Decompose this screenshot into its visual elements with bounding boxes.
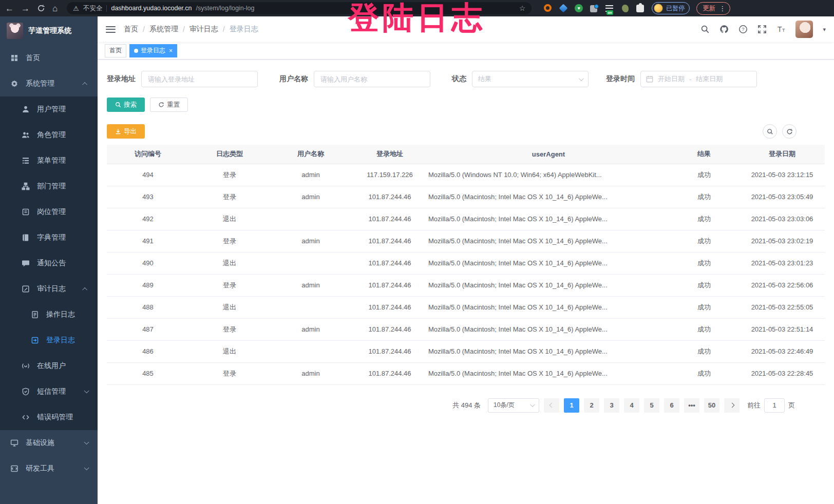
sidebar-item-label: 操作日志 xyxy=(46,310,75,319)
page-number-button[interactable]: 3 xyxy=(604,398,619,413)
sidebar-item-label: 错误码管理 xyxy=(37,413,73,422)
sidebar-item-label: 角色管理 xyxy=(37,130,66,140)
browser-menu-kebab-icon[interactable]: ⋮ xyxy=(719,5,726,12)
table-row: 487 登录 admin 101.87.244.46 Mozilla/5.0 (… xyxy=(107,318,825,340)
search-button[interactable]: 搜索 xyxy=(107,98,145,112)
sidebar-logo[interactable]: 芋道管理系统 xyxy=(0,16,98,45)
tools-icon xyxy=(10,464,18,473)
login-address-label: 登录地址 xyxy=(107,74,136,84)
extension-list-on-icon[interactable]: on xyxy=(605,4,614,13)
browser-update-button[interactable]: 更新 ⋮ xyxy=(696,2,730,15)
browser-forward-icon[interactable]: → xyxy=(21,4,30,13)
message-icon xyxy=(22,259,30,267)
browser-back-icon[interactable]: ← xyxy=(5,4,14,13)
extension-plant-icon[interactable] xyxy=(621,4,630,13)
post-badge-icon xyxy=(22,208,30,216)
sidebar-item-dept-mgmt[interactable]: 部门管理 xyxy=(0,173,98,199)
bookmark-star-icon[interactable]: ☆ xyxy=(519,4,526,12)
search-icon[interactable] xyxy=(700,25,710,34)
sidebar-item-role-mgmt[interactable]: 角色管理 xyxy=(0,122,98,148)
org-tree-icon xyxy=(22,182,30,190)
sidebar-item-error-code-mgmt[interactable]: 错误码管理 xyxy=(0,404,98,430)
login-time-range-picker[interactable]: 开始日期 - 结束日期 xyxy=(640,71,757,87)
column-header-result: 结果 xyxy=(669,145,740,164)
tag[interactable]: 首页 xyxy=(105,44,126,57)
sidebar-toggle-icon[interactable] xyxy=(106,24,116,34)
cell-useragent: Mozilla/5.0 (Macintosh; Intel Mac OS X 1… xyxy=(428,230,669,252)
table-header-row: 访问编号 日志类型 用户名称 登录地址 userAgent 结果 登录日期 xyxy=(107,145,825,164)
sidebar-item-post-mgmt[interactable]: 岗位管理 xyxy=(0,199,98,225)
breadcrumb-item[interactable]: 首页/ xyxy=(124,25,149,34)
sidebar-item-dict-mgmt[interactable]: 字典管理 xyxy=(0,225,98,250)
browser-home-icon[interactable]: ⌂ xyxy=(52,4,58,13)
tag[interactable]: 登录日志 × xyxy=(129,44,177,57)
page-number-button[interactable]: 5 xyxy=(644,398,659,413)
goto-page-input[interactable] xyxy=(764,398,785,413)
help-icon[interactable]: ? xyxy=(738,25,748,34)
address-bar[interactable]: ⚠ 不安全 dashboard.yudao.iocoder.cn/system/… xyxy=(67,2,532,14)
cell-type: 登录 xyxy=(189,318,270,340)
extension-orange-icon[interactable] xyxy=(544,4,553,13)
sidebar-item-user-mgmt[interactable]: 用户管理 xyxy=(0,96,98,122)
user-avatar[interactable] xyxy=(795,21,813,38)
page-number-button[interactable]: 50 xyxy=(704,398,719,413)
breadcrumb-item[interactable]: 登录日志 xyxy=(230,25,268,34)
font-size-icon[interactable]: TT xyxy=(776,25,786,34)
sidebar-item-sms-mgmt[interactable]: 短信管理 xyxy=(0,379,98,404)
reset-button[interactable]: 重置 xyxy=(150,98,188,112)
sidebar-item-audit-log[interactable]: 审计日志 xyxy=(0,276,98,302)
sidebar-item-online-users[interactable]: 在线用户 xyxy=(0,353,98,379)
security-label[interactable]: 不安全 xyxy=(83,4,103,13)
cell-id: 487 xyxy=(107,318,189,340)
login-address-input[interactable] xyxy=(141,71,258,87)
extensions-puzzle-icon[interactable] xyxy=(636,4,645,13)
chevron-up-icon xyxy=(82,287,87,292)
avatar-caret-icon[interactable]: ▾ xyxy=(823,26,826,33)
extensions-area: ♥ on 已暂停 更新 ⋮ xyxy=(544,2,730,15)
extension-green-heart-icon[interactable]: ♥ xyxy=(575,4,583,13)
sidebar-item-system-mgmt[interactable]: 系统管理 xyxy=(0,71,98,96)
goto-suffix: 页 xyxy=(788,401,795,410)
tag-close-icon[interactable]: × xyxy=(169,47,173,54)
breadcrumb-item[interactable]: 审计日志/ xyxy=(189,25,230,34)
toggle-search-button[interactable] xyxy=(763,124,777,139)
cell-useragent: Mozilla/5.0 (Macintosh; Intel Mac OS X 1… xyxy=(428,296,669,318)
sidebar-item-infrastructure[interactable]: 基础设施 xyxy=(0,430,98,456)
breadcrumb-item[interactable]: 系统管理/ xyxy=(149,25,189,34)
export-button[interactable]: 导出 xyxy=(107,124,145,139)
status-select[interactable]: 结果 xyxy=(472,71,589,87)
prev-page-button[interactable] xyxy=(544,398,559,413)
page-number-button[interactable]: 1 xyxy=(564,398,579,413)
next-page-button[interactable] xyxy=(724,398,740,413)
extension-tabs-icon[interactable] xyxy=(590,4,599,13)
cell-id: 485 xyxy=(107,362,189,384)
goto-label: 前往 xyxy=(747,401,761,410)
sidebar-item-home[interactable]: 首页 xyxy=(0,45,98,71)
username-input[interactable] xyxy=(314,71,430,87)
page-number-button[interactable]: 2 xyxy=(584,398,599,413)
sidebar-item-dev-tools[interactable]: 研发工具 xyxy=(0,456,98,481)
table-row: 491 登录 admin 101.87.244.46 Mozilla/5.0 (… xyxy=(107,230,825,252)
github-icon[interactable] xyxy=(719,25,729,34)
search-icon xyxy=(767,128,773,135)
extension-gem-icon[interactable] xyxy=(559,4,568,13)
sidebar-item-login-log[interactable]: 登录日志 xyxy=(0,327,98,353)
dashboard-icon xyxy=(10,54,18,62)
page-number-button[interactable]: 4 xyxy=(624,398,639,413)
page-number-button[interactable]: 6 xyxy=(664,398,679,413)
sidebar-item-operate-log[interactable]: 操作日志 xyxy=(0,302,98,327)
sidebar-item-menu-mgmt[interactable]: 菜单管理 xyxy=(0,148,98,173)
sidebar-item-label: 字典管理 xyxy=(37,233,66,242)
browser-reload-icon[interactable] xyxy=(37,4,45,12)
date-range-separator: - xyxy=(689,75,691,83)
sidebar-item-notice[interactable]: 通知公告 xyxy=(0,250,98,276)
page-number-button[interactable]: ••• xyxy=(684,398,699,413)
fullscreen-icon[interactable] xyxy=(757,25,767,34)
refresh-table-button[interactable] xyxy=(782,124,797,139)
roles-icon xyxy=(22,131,30,139)
cell-result: 成功 xyxy=(669,296,740,318)
browser-profile-chip[interactable]: 已暂停 xyxy=(652,2,690,14)
page-size-select[interactable]: 10条/页 xyxy=(488,398,539,413)
table-row: 488 退出 101.87.244.46 Mozilla/5.0 (Macint… xyxy=(107,296,825,318)
table-row: 486 退出 101.87.244.46 Mozilla/5.0 (Macint… xyxy=(107,340,825,362)
